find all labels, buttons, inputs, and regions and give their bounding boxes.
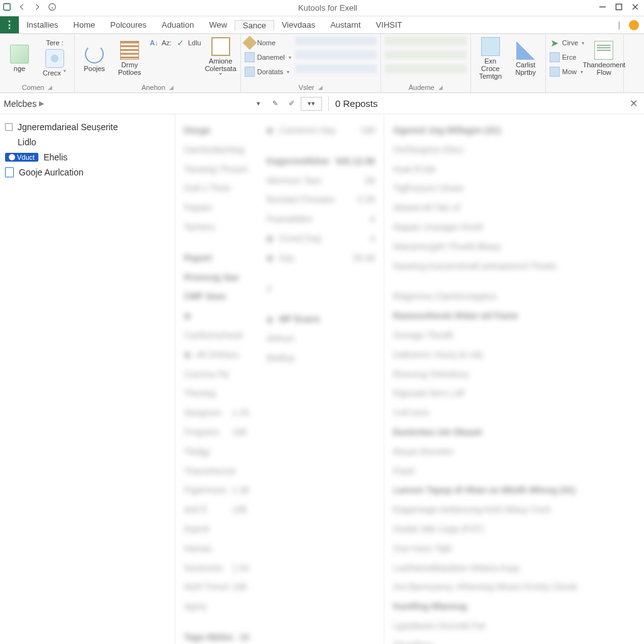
list-item: Tago Nbites13 [184,628,250,644]
titlebar: Kutools for Exell [0,0,644,16]
sidebar-item[interactable]: Lidlo [0,135,175,150]
chevron-down-icon: ▾ [287,69,289,75]
ic-sheet-icon [594,41,613,60]
list-item: Eastentos ink Obazet [393,423,635,442]
ribbon-small-button[interactable]: Doratats▾ [245,65,291,78]
ribbon-button[interactable]: Drmy Potloes [114,36,145,80]
sidebar-item[interactable]: Gooje Aurlcation [0,165,175,180]
list-item: Tamtors [184,218,250,237]
list-item: Bedfup [267,348,375,368]
tab-polcoures[interactable]: Polcoures [103,20,154,30]
maximize-icon[interactable] [615,3,623,13]
ribbon-group: Àudeme◢ [381,34,471,92]
view-filter-dropdown[interactable]: ▾▾ [301,97,322,111]
ribbon-small-button[interactable]: ✓Ldlu [175,36,201,49]
ribbon-group-label: Vsler◢ [245,82,377,91]
list-item: Fsamatidon4 [267,209,375,229]
dialog-launcher-icon[interactable]: ◢ [169,84,174,91]
sidebar-item[interactable]: VductEhelis [0,150,175,165]
tab-austarnt[interactable]: Austarnt [323,20,368,30]
list-item: Kagormotfoloe520.12.58 [267,152,375,171]
list-item: Camemm Hay198 [267,121,375,140]
list-item: Memnon Tass58 [267,171,375,191]
dialog-launcher-icon[interactable]: ◢ [318,84,323,91]
ribbon-options-icon[interactable]: ❘ [616,20,623,30]
list-item: Nooesses Ashf Tnmol Agmy1.54 198 [184,558,250,616]
tab-vihsit[interactable]: VIHSIT [369,20,410,30]
minimize-icon[interactable] [599,3,606,13]
ic-az-icon: A↓ [149,38,159,48]
ribbon-button[interactable]: Poojes [79,36,110,80]
info-icon[interactable] [48,3,57,13]
dialog-launcher-icon[interactable]: ◢ [48,84,52,91]
ribbon-small-button[interactable]: Mow▾ [550,65,585,78]
list-item: Ramescthesle Ithlan wil Fame [393,306,635,326]
breadcrumb[interactable]: Melcbes ▶ [0,99,252,109]
tab-vievdaas[interactable]: Vievdaas [274,20,323,30]
list-item: Paport [184,248,250,268]
ribbon-button-label: Crecx ˅ [43,69,67,77]
list-item: Figamnses Aoti E Eqentt Hamas1.38 198 [184,480,250,558]
file-tab[interactable]: ⋮ [0,16,19,33]
ribbon-button-label: Drmy Potloes [114,61,145,76]
list-item: Wananturgeh Thueld Bbarp [393,237,635,257]
ribbon-small-button[interactable]: Erce [550,51,585,64]
ribbon-group-label: Comen◢ [4,82,70,91]
ribbon-group: NomeDanemel▾Doratats▾Vsler◢ [241,34,381,92]
ribbon-button-label: Poojes [84,65,105,72]
tab-installies[interactable]: Installies [19,20,66,30]
ribbon-tabs: ⋮ InstalliesHomePolcouresAduationWewSanc… [0,16,644,34]
list-item: Kay28.48 [267,248,375,268]
ic-clip-icon [45,49,64,68]
window-title: Kutools for Exell [57,3,599,13]
tab-home[interactable]: Home [66,20,103,30]
back-icon[interactable] [18,3,26,13]
left-panel: Jgneremdarieal SeușeriteLidloVductEhelis… [0,114,175,644]
right-panel: Ogomel Jog Willagen (41)OntTeogrion Elec… [384,114,644,644]
list-item: Napatc Unangas Kinell [393,218,635,237]
list-item: Eagansagn Anbiesung AstO.Mlasy Cock [393,500,635,519]
list-item: Darcbodaortiog [184,140,250,160]
list-item: Abaset All Tais of [393,198,635,218]
ribbon-small-button[interactable] [149,51,172,64]
dialog-launcher-icon[interactable]: ◢ [438,84,443,91]
ribbon-button-label: Carlist Nprtby [510,61,541,76]
ribbon-button[interactable]: Carlist Nprtby [510,36,541,80]
close-panel-icon[interactable]: ✕ [630,97,644,109]
list-item: Sangosm Fregnem Tledgy1.25 198 [184,403,250,461]
list-item: Fiastl [393,462,635,481]
ribbon-small-button[interactable]: ➤Cirve▾ [550,36,585,49]
list-item: Ant Barnssemy, Klheming Misem Emtrly Clo… [393,577,635,597]
list-item: Promrog Sae CMF Seas [184,268,250,307]
ribbon-small-button[interactable]: A↓Az: [149,36,172,49]
list-item: Coll Isms [393,403,635,423]
list-item: Fored Dog4 [267,229,375,248]
ribbon-button[interactable]: Tere :Crecx ˅ [39,36,70,80]
ribbon-button[interactable]: nge [4,36,35,80]
close-icon[interactable] [631,3,639,13]
tab-sance[interactable]: Sance [235,20,274,31]
list-item: Elzening Orlestlony [393,365,635,384]
ribbon-button[interactable]: Amione Colertsata ˅ [205,36,236,80]
ribbon-small-button[interactable]: Nome [245,36,291,49]
panel-title: 0 Reposts [335,98,378,109]
pen-icon[interactable]: ✐ [284,97,298,111]
forward-icon[interactable] [33,3,42,13]
dropdown-icon[interactable]: ▾ [252,97,265,111]
tab-aduation[interactable]: Aduation [154,20,201,30]
avatar[interactable] [629,20,639,30]
ribbon-button[interactable]: Exn Croce Temtgn [475,36,506,80]
list-item: Papam [184,198,250,218]
ic-doc-icon [10,45,29,64]
ribbon-group: Exn Croce TemtgnCarlist Nprtby [471,34,546,92]
edit-icon[interactable]: ✎ [268,97,282,111]
ribbon-button[interactable]: Thandeoment Flow [588,36,619,80]
checkbox-icon[interactable] [5,123,13,131]
ribbon-group: PoojesDrmy PotloesA↓Az:✓LdluAmione Coler… [75,34,241,92]
tab-wew[interactable]: Wew [201,20,235,30]
sidebar-item[interactable]: Jgneremdarieal Seușerite [0,119,175,135]
sidebar-item-label: Gooje Aurlcation [19,167,84,177]
list-item: Nasetug Kasserstroall antraatsmol Thoels [393,257,635,276]
ribbon-small-button[interactable]: Danemel▾ [245,51,291,64]
ic-sm-box-icon [245,67,255,77]
